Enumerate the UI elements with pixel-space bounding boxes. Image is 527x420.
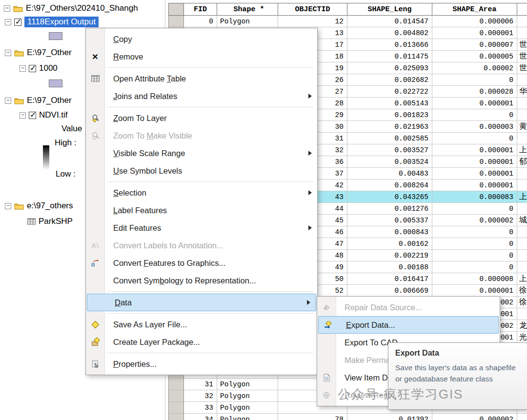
menu-item-properties[interactable]: Properties... (86, 355, 317, 373)
cell-shape-leng[interactable]: 0.014547 (347, 16, 432, 27)
cell-shape-area[interactable]: 0 (432, 203, 517, 215)
cell-shape[interactable]: Polygon (217, 414, 278, 420)
toc-table-parkshp-label[interactable]: ParkSHP (39, 217, 73, 226)
toc-layer-ndvi-label[interactable]: NDVI.tif (39, 110, 68, 120)
toc-group-1-label[interactable]: E:\97_Others\202410_Shangh (26, 3, 138, 13)
toc-group-4-label[interactable]: e:\97_others (27, 201, 73, 211)
menu-item-create-layer-package[interactable]: Create Layer Package... (86, 333, 317, 351)
cell-shape-leng[interactable]: 0.000843 (347, 226, 432, 238)
collapse-expander-icon[interactable] (5, 203, 11, 209)
cell-shape-leng[interactable]: 0.016417 (347, 273, 432, 285)
cell-shape-leng[interactable]: 0.006669 (347, 285, 432, 297)
cell-shape-area[interactable]: 0.000007 (432, 39, 517, 51)
cell-shape-area[interactable]: 0.000003 (432, 121, 517, 133)
cell-shape-area[interactable]: 0 (432, 74, 517, 86)
menu-item-edit-features[interactable]: Edit Features (86, 219, 317, 237)
cell-fid[interactable]: 0 (184, 16, 217, 27)
cell-shape-area[interactable]: 0.000001 (432, 144, 517, 156)
row-selector[interactable] (168, 390, 184, 402)
cell-shape-area[interactable]: 0 (432, 133, 517, 144)
cell-name[interactable] (517, 261, 527, 273)
cell-name[interactable] (517, 203, 527, 215)
polygon-symbol-swatch[interactable] (49, 80, 62, 87)
cell-name[interactable] (517, 308, 527, 320)
cell-name[interactable] (517, 250, 527, 261)
cell-shape-area[interactable]: 0.000001 (432, 285, 517, 297)
cell-shape-area[interactable]: 0.000001 (432, 27, 517, 39)
cell-shape-area[interactable]: 0.000028 (432, 86, 517, 98)
layer-checkbox[interactable] (29, 65, 36, 72)
cell-shape[interactable]: Polygon (217, 379, 278, 390)
cell-shape-leng[interactable]: 0.001276 (347, 203, 432, 215)
menu-item-use-symbol-levels[interactable]: Use Symbol Levels (86, 162, 317, 180)
cell-name[interactable]: 徐 (517, 285, 527, 297)
cell-shape-leng[interactable]: 0.004802 (347, 27, 432, 39)
collapse-expander-icon[interactable] (4, 5, 10, 12)
cell-shape-leng[interactable]: 0.011475 (347, 51, 432, 62)
cell-shape-area[interactable]: 0.000001 (432, 180, 517, 191)
menu-item-joins-and-relates[interactable]: Joins and Relates (86, 87, 317, 105)
menu-item-label-features[interactable]: Label Features (86, 201, 317, 219)
toc-group-3-label[interactable]: E:\97_Other (27, 96, 72, 105)
cell-shape-leng[interactable]: 0.025093 (347, 62, 432, 74)
layer-checkbox[interactable] (14, 19, 21, 26)
layer-checkbox[interactable] (29, 112, 36, 119)
collapse-expander-icon[interactable] (5, 50, 11, 56)
cell-name[interactable]: 光 (517, 332, 527, 343)
cell-name[interactable]: 世 (517, 51, 527, 62)
cell-name[interactable]: 上 (517, 191, 527, 203)
cell-shape-leng[interactable]: 0.005143 (347, 98, 432, 109)
cell-name[interactable] (517, 414, 527, 420)
cell-name[interactable] (517, 168, 527, 180)
col-header-name[interactable] (517, 3, 527, 16)
menu-item-data[interactable]: Data (87, 294, 316, 311)
cell-name[interactable]: 龙 (517, 320, 527, 332)
cell-shape-area[interactable]: 0 (432, 238, 517, 250)
cell-shape-area[interactable]: 0.000001 (432, 156, 517, 168)
cell-shape[interactable]: Polygon (217, 390, 278, 402)
cell-name[interactable] (517, 16, 527, 27)
cell-name[interactable]: 上 (517, 273, 527, 285)
row-selector[interactable] (168, 379, 184, 390)
cell-name[interactable] (517, 238, 527, 250)
toc-group-2-label[interactable]: E:\97_Other (27, 48, 72, 58)
cell-name[interactable]: 世 (517, 39, 527, 51)
cell-fid[interactable]: 32 (184, 390, 217, 402)
cell-shape-leng[interactable]: 0.00162 (347, 238, 432, 250)
menu-item-export-data[interactable]: Export Data... (318, 316, 499, 334)
menu-item-copy[interactable]: Copy (86, 30, 317, 48)
cell-shape-leng[interactable]: 0.021963 (347, 121, 432, 133)
col-header-objectid[interactable]: OBJECTID (278, 3, 347, 16)
cell-shape-leng[interactable]: 0.003527 (347, 144, 432, 156)
cell-shape-area[interactable]: 0.000083 (432, 191, 517, 203)
collapse-expander-icon[interactable] (5, 98, 11, 104)
cell-name[interactable]: 城 (517, 215, 527, 226)
cell-shape-area[interactable]: 0.000008 (432, 273, 517, 285)
cell-name[interactable]: 徐 (517, 297, 527, 308)
cell-shape-area[interactable]: 0.00002 (432, 62, 517, 74)
col-header-shape[interactable]: Shape * (217, 3, 278, 16)
cell-shape-area[interactable]: 0 (432, 109, 517, 121)
cell-name[interactable]: 黄 (517, 121, 527, 133)
col-header-fid[interactable]: FID (184, 3, 217, 16)
cell-shape-leng[interactable]: 0.022722 (347, 86, 432, 98)
cell-shape-area[interactable]: 0.000002 (432, 215, 517, 226)
cell-name[interactable] (517, 226, 527, 238)
toc-layer-1118-label[interactable]: 1118Export Output (24, 17, 99, 27)
row-selector[interactable] (168, 414, 184, 420)
cell-shape[interactable]: Polygon (217, 402, 278, 414)
cell-shape-leng[interactable]: 0.008264 (347, 180, 432, 191)
menu-item-open-attribute-table[interactable]: Open Attribute Table (86, 70, 317, 87)
cell-shape-area[interactable]: 0 (432, 226, 517, 238)
row-selector[interactable] (168, 402, 184, 414)
cell-shape-leng[interactable]: 0.003524 (347, 156, 432, 168)
cell-shape-leng[interactable]: 0.002585 (347, 133, 432, 144)
cell-shape-leng[interactable]: 0.002682 (347, 74, 432, 86)
menu-item-zoom-to-layer[interactable]: Zoom To Layer (86, 109, 317, 127)
row-selector-header[interactable] (168, 3, 184, 16)
cell-fid[interactable]: 33 (184, 402, 217, 414)
cell-shape[interactable]: Polygon (217, 16, 278, 27)
cell-name[interactable] (517, 133, 527, 144)
cell-fid[interactable]: 34 (184, 414, 217, 420)
cell-name[interactable]: 华 (517, 86, 527, 98)
